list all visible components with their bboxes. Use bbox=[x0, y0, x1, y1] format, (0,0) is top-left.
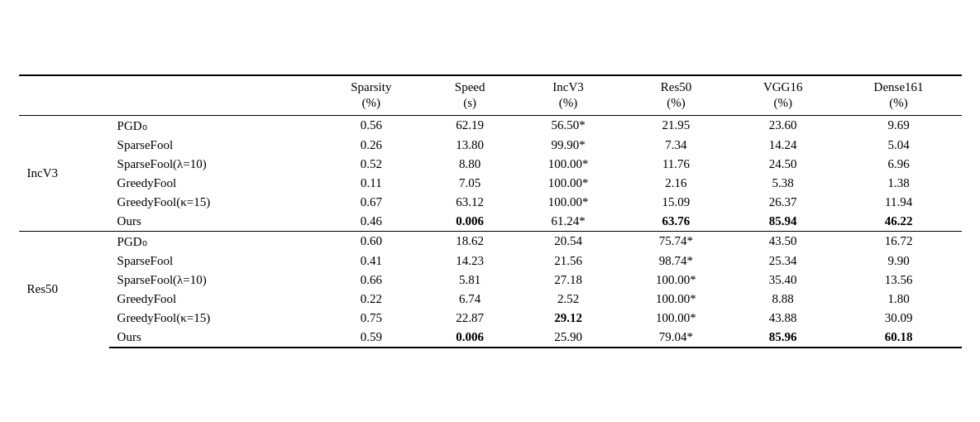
sparsity-cell: 0.52 bbox=[317, 155, 425, 174]
dense161-cell: 1.38 bbox=[836, 174, 962, 193]
table-header-row: Sparsity(%) Speed(s) IncV3(%) Res50(%) V… bbox=[19, 75, 962, 115]
method-cell: PGD₀ bbox=[109, 231, 318, 252]
sparsity-cell: 0.66 bbox=[317, 271, 425, 290]
table-row: GreedyFool0.226.742.52100.00*8.881.80 bbox=[19, 290, 962, 309]
incv3-cell: 100.00* bbox=[514, 174, 622, 193]
incv3-cell: 27.18 bbox=[514, 271, 622, 290]
speed-cell: 0.006 bbox=[425, 212, 514, 232]
res50-cell: 15.09 bbox=[622, 193, 729, 212]
col-header-vgg16: VGG16(%) bbox=[730, 75, 836, 115]
table-row: SparseFool(λ=10)0.528.80100.00*11.7624.5… bbox=[19, 155, 962, 174]
dense161-cell: 9.90 bbox=[836, 252, 962, 271]
table-row: SparseFool(λ=10)0.665.8127.18100.00*35.4… bbox=[19, 271, 962, 290]
sparsity-cell: 0.46 bbox=[317, 212, 425, 232]
method-cell: GreedyFool bbox=[109, 290, 318, 309]
sparsity-cell: 0.56 bbox=[317, 115, 425, 136]
table-body: IncV3PGD₀0.5662.1956.50*21.9523.609.69Sp… bbox=[19, 115, 962, 348]
vgg16-cell: 5.38 bbox=[730, 174, 836, 193]
sparsity-cell: 0.22 bbox=[317, 290, 425, 309]
res50-cell: 63.76 bbox=[622, 212, 729, 232]
sparsity-cell: 0.75 bbox=[317, 309, 425, 328]
incv3-cell: 20.54 bbox=[514, 231, 622, 252]
method-cell: Ours bbox=[109, 328, 318, 348]
incv3-cell: 29.12 bbox=[514, 309, 622, 328]
dense161-cell: 13.56 bbox=[836, 271, 962, 290]
res50-cell: 75.74* bbox=[622, 231, 729, 252]
method-cell: GreedyFool(κ=15) bbox=[109, 193, 318, 212]
incv3-cell: 100.00* bbox=[514, 155, 622, 174]
speed-cell: 18.62 bbox=[425, 231, 514, 252]
speed-cell: 0.006 bbox=[425, 328, 514, 348]
sparsity-cell: 0.26 bbox=[317, 136, 425, 155]
incv3-cell: 100.00* bbox=[514, 193, 622, 212]
table-row: SparseFool0.4114.2321.5698.74*25.349.90 bbox=[19, 252, 962, 271]
dense161-cell: 5.04 bbox=[836, 136, 962, 155]
res50-cell: 100.00* bbox=[622, 309, 729, 328]
col-header-incv3: IncV3(%) bbox=[514, 75, 622, 115]
sparsity-cell: 0.41 bbox=[317, 252, 425, 271]
table-row: GreedyFool(κ=15)0.7522.8729.12100.00*43.… bbox=[19, 309, 962, 328]
incv3-cell: 25.90 bbox=[514, 328, 622, 348]
incv3-cell: 21.56 bbox=[514, 252, 622, 271]
speed-cell: 63.12 bbox=[425, 193, 514, 212]
table-row: GreedyFool(κ=15)0.6763.12100.00*15.0926.… bbox=[19, 193, 962, 212]
method-cell: SparseFool bbox=[109, 252, 318, 271]
incv3-cell: 56.50* bbox=[514, 115, 622, 136]
table-row: SparseFool0.2613.8099.90*7.3414.245.04 bbox=[19, 136, 962, 155]
col-header-dense161: Dense161(%) bbox=[836, 75, 962, 115]
table-row: Ours0.590.00625.9079.04*85.9660.18 bbox=[19, 328, 962, 348]
col-header-speed: Speed(s) bbox=[425, 75, 514, 115]
speed-cell: 14.23 bbox=[425, 252, 514, 271]
dense161-cell: 9.69 bbox=[836, 115, 962, 136]
vgg16-cell: 23.60 bbox=[730, 115, 836, 136]
col-header-source bbox=[19, 75, 109, 115]
dense161-cell: 11.94 bbox=[836, 193, 962, 212]
sparsity-cell: 0.59 bbox=[317, 328, 425, 348]
method-cell: SparseFool(λ=10) bbox=[109, 155, 318, 174]
vgg16-cell: 24.50 bbox=[730, 155, 836, 174]
vgg16-cell: 43.50 bbox=[730, 231, 836, 252]
sparsity-cell: 0.60 bbox=[317, 231, 425, 252]
res50-cell: 79.04* bbox=[622, 328, 729, 348]
dense161-cell: 30.09 bbox=[836, 309, 962, 328]
table-row: Res50PGD₀0.6018.6220.5475.74*43.5016.72 bbox=[19, 231, 962, 252]
col-header-method bbox=[109, 75, 318, 115]
vgg16-cell: 8.88 bbox=[730, 290, 836, 309]
vgg16-cell: 43.88 bbox=[730, 309, 836, 328]
col-header-res50: Res50(%) bbox=[622, 75, 729, 115]
speed-cell: 5.81 bbox=[425, 271, 514, 290]
speed-cell: 6.74 bbox=[425, 290, 514, 309]
res50-cell: 7.34 bbox=[622, 136, 729, 155]
method-cell: SparseFool bbox=[109, 136, 318, 155]
method-cell: GreedyFool bbox=[109, 174, 318, 193]
speed-cell: 13.80 bbox=[425, 136, 514, 155]
incv3-cell: 99.90* bbox=[514, 136, 622, 155]
res50-cell: 98.74* bbox=[622, 252, 729, 271]
dense161-cell: 46.22 bbox=[836, 212, 962, 232]
res50-cell: 11.76 bbox=[622, 155, 729, 174]
sparsity-cell: 0.67 bbox=[317, 193, 425, 212]
vgg16-cell: 14.24 bbox=[730, 136, 836, 155]
speed-cell: 62.19 bbox=[425, 115, 514, 136]
vgg16-cell: 85.94 bbox=[730, 212, 836, 232]
dense161-cell: 16.72 bbox=[836, 231, 962, 252]
vgg16-cell: 25.34 bbox=[730, 252, 836, 271]
res50-cell: 2.16 bbox=[622, 174, 729, 193]
method-cell: Ours bbox=[109, 212, 318, 232]
method-cell: GreedyFool(κ=15) bbox=[109, 309, 318, 328]
sparsity-cell: 0.11 bbox=[317, 174, 425, 193]
vgg16-cell: 35.40 bbox=[730, 271, 836, 290]
results-table: Sparsity(%) Speed(s) IncV3(%) Res50(%) V… bbox=[19, 74, 962, 348]
dense161-cell: 1.80 bbox=[836, 290, 962, 309]
table-row: GreedyFool0.117.05100.00*2.165.381.38 bbox=[19, 174, 962, 193]
vgg16-cell: 26.37 bbox=[730, 193, 836, 212]
source-cell: IncV3 bbox=[19, 115, 109, 231]
res50-cell: 100.00* bbox=[622, 271, 729, 290]
res50-cell: 21.95 bbox=[622, 115, 729, 136]
col-header-sparsity: Sparsity(%) bbox=[317, 75, 425, 115]
source-cell: Res50 bbox=[19, 231, 109, 348]
table-row: IncV3PGD₀0.5662.1956.50*21.9523.609.69 bbox=[19, 115, 962, 136]
table-row: Ours0.460.00661.24*63.7685.9446.22 bbox=[19, 212, 962, 232]
method-cell: SparseFool(λ=10) bbox=[109, 271, 318, 290]
dense161-cell: 60.18 bbox=[836, 328, 962, 348]
